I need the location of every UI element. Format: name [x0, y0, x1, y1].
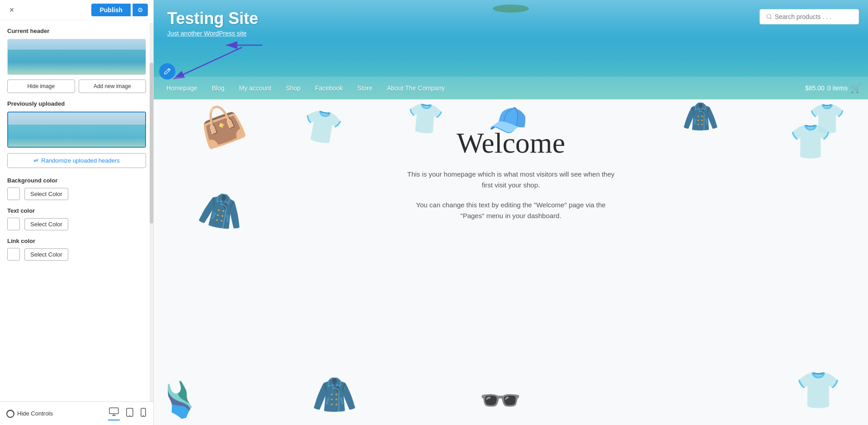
- header-image-buttons: Hide image Add new image: [7, 79, 146, 93]
- welcome-title: Welcome: [384, 126, 637, 160]
- search-box: [760, 9, 859, 24]
- site-header: Testing Site Just another WordPress site: [154, 0, 868, 99]
- current-header-thumbnail: [7, 39, 146, 75]
- text-color-row: Select Color: [7, 218, 146, 230]
- svg-point-2: [129, 415, 130, 416]
- pencil-icon: [164, 68, 171, 75]
- svg-line-10: [770, 18, 772, 19]
- clothing-item-tshirt: 👕: [796, 369, 841, 411]
- nav-facebook[interactable]: Facebook: [308, 84, 350, 92]
- current-header-title: Current header: [7, 28, 146, 34]
- bottom-bar: ◯ Hide Controls: [0, 402, 153, 425]
- clothing-item-polo: 👕: [789, 122, 832, 162]
- customizer-panel: × Publish ⚙ Current header Hide image Ad…: [0, 0, 154, 425]
- main-body: 👜 👕 👕 🧢 🧥 👕 🩱 🧥 🧥 🕶️ 👕 👕 Welcome This is…: [154, 99, 868, 425]
- cart-icon[interactable]: 🛒: [850, 83, 862, 93]
- cart-area: $85.00 0 items 🛒: [799, 77, 868, 99]
- site-subtitle: Just another WordPress site: [167, 30, 258, 37]
- background-color-swatch[interactable]: [7, 187, 20, 200]
- hide-controls-label: Hide Controls: [17, 410, 53, 417]
- site-title: Testing Site: [167, 9, 258, 28]
- text-select-color-button[interactable]: Select Color: [24, 218, 68, 230]
- randomize-headers-button[interactable]: ⇌ Randomize uploaded headers: [7, 153, 146, 168]
- header-island: [493, 5, 529, 13]
- hide-controls-button[interactable]: ◯ Hide Controls: [6, 410, 53, 418]
- welcome-text-1: This is your homepage which is what most…: [384, 169, 637, 191]
- desktop-view-button[interactable]: [108, 406, 120, 420]
- randomize-label: Randomize uploaded headers: [41, 157, 119, 164]
- background-color-row: Select Color: [7, 187, 146, 200]
- nav-aboutcompany[interactable]: About The Company: [380, 84, 452, 92]
- clothing-item-glasses: 🕶️: [479, 381, 522, 420]
- nav-blog[interactable]: Blog: [205, 84, 232, 92]
- site-preview: Testing Site Just another WordPress site: [154, 0, 868, 425]
- nav-bar: Homepage Blog My account Shop Facebook S…: [154, 77, 868, 99]
- nav-homepage[interactable]: Homepage: [159, 84, 205, 92]
- background-color-title: Background color: [7, 177, 146, 184]
- nav-store[interactable]: Store: [350, 84, 379, 92]
- tablet-icon: [126, 408, 133, 417]
- publish-button[interactable]: Publish: [91, 4, 131, 16]
- add-new-image-button[interactable]: Add new image: [79, 79, 146, 93]
- search-icon: [766, 14, 772, 20]
- clothing-item-shirt4: 👕: [809, 102, 845, 136]
- cart-price: $85.00: [805, 84, 825, 92]
- tablet-view-button[interactable]: [125, 406, 134, 420]
- background-select-color-button[interactable]: Select Color: [24, 188, 68, 200]
- publish-gear-button[interactable]: ⚙: [132, 4, 148, 16]
- clothing-item-shirt5: 🧥: [312, 374, 357, 416]
- link-select-color-button[interactable]: Select Color: [24, 248, 68, 261]
- text-color-title: Text color: [7, 207, 146, 214]
- shuffle-icon: ⇌: [33, 157, 38, 164]
- device-icons: [108, 406, 147, 420]
- nav-shop[interactable]: Shop: [278, 84, 308, 92]
- top-bar: × Publish ⚙: [0, 0, 153, 20]
- search-input[interactable]: [775, 13, 852, 20]
- previously-uploaded-thumbnail[interactable]: [7, 112, 146, 148]
- link-color-row: Select Color: [7, 248, 146, 261]
- clothing-item-jacket: 🧥: [196, 186, 248, 236]
- svg-point-4: [143, 415, 144, 416]
- panel-scrollbar[interactable]: [150, 23, 153, 425]
- welcome-section: Welcome This is your homepage which is w…: [375, 99, 646, 230]
- close-button[interactable]: ×: [5, 4, 18, 16]
- link-color-title: Link color: [7, 238, 146, 244]
- cart-items-count: 0 items: [827, 84, 848, 92]
- clothing-item-shorts: 🩱: [154, 376, 205, 425]
- publish-group: Publish ⚙: [91, 4, 148, 16]
- hide-image-button[interactable]: Hide image: [7, 79, 75, 93]
- circle-icon: ◯: [6, 410, 14, 418]
- scroll-thumb: [150, 63, 153, 224]
- mobile-icon: [141, 408, 146, 417]
- clothing-item-shirt3: 🧥: [682, 99, 719, 134]
- edit-header-icon[interactable]: [159, 63, 175, 79]
- mobile-view-button[interactable]: [140, 406, 147, 420]
- clothing-item-shirt1: 👕: [300, 105, 345, 149]
- svg-point-9: [767, 14, 771, 19]
- nav-myaccount[interactable]: My account: [232, 84, 279, 92]
- site-title-block: Testing Site Just another WordPress site: [167, 9, 258, 37]
- clothing-item-bag: 👜: [193, 99, 250, 153]
- panel-content: Current header Hide image Add new image …: [0, 20, 153, 425]
- svg-rect-0: [109, 408, 118, 414]
- desktop-icon: [109, 407, 119, 416]
- link-color-swatch[interactable]: [7, 248, 20, 261]
- text-color-swatch[interactable]: [7, 218, 20, 230]
- welcome-text-2: You can change this text by editing the …: [384, 200, 637, 221]
- previously-uploaded-title: Previously uploaded: [7, 100, 146, 107]
